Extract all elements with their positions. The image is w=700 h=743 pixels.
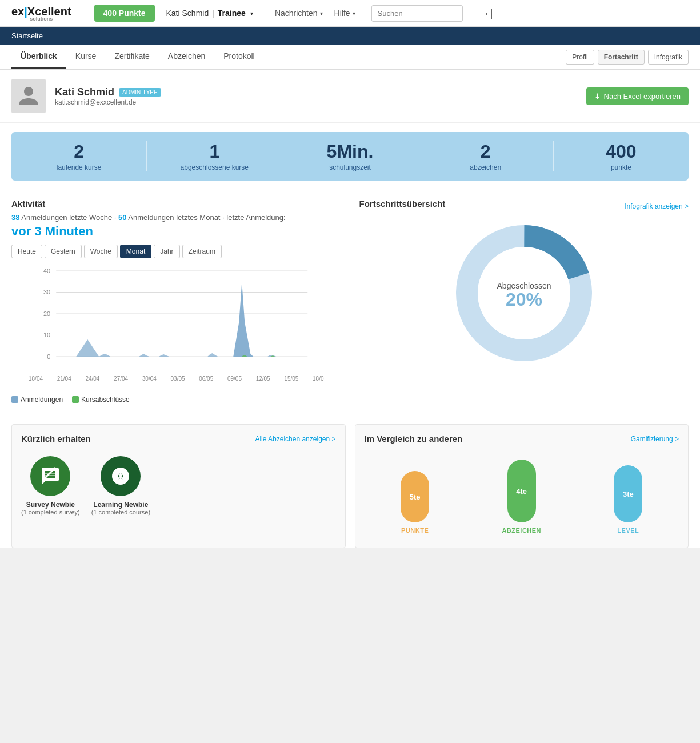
chart-legend: Anmeldungen Kursabschlüsse <box>11 396 341 404</box>
header-separator: | <box>212 9 214 18</box>
activity-stats: 38 Anmeldungen letzte Woche · 50 Anmeldu… <box>11 213 341 222</box>
chart-svg: 40 30 20 10 0 <box>11 265 341 380</box>
survey-badge-name: Survey Newbie <box>21 501 80 509</box>
header-user: Kati Schmid | Trainee ▾ <box>166 9 253 18</box>
badge-survey-newbie: Survey Newbie (1 completed survey) <box>21 456 80 516</box>
filter-monat[interactable]: Monat <box>120 245 151 258</box>
tab-action-infografik[interactable]: Infografik <box>648 50 689 65</box>
badges-link[interactable]: Alle Abzeichen anzeigen > <box>255 435 335 443</box>
export-label: Nach Excel exportieren <box>604 92 681 101</box>
stat-label-schulungszeit: schulungszeit <box>282 163 417 171</box>
search-input[interactable] <box>371 5 463 22</box>
x-label-1: 18/04 <box>29 376 43 382</box>
x-label-8: 09/05 <box>227 376 242 382</box>
infografik-link[interactable]: Infografik anzeigen > <box>625 202 689 210</box>
survey-badge-circle <box>30 456 70 496</box>
learning-badge-desc: (1 completed course) <box>91 509 150 516</box>
profile-info: Kati Schmid ADMIN-TYPE kati.schmid@exxce… <box>55 86 161 106</box>
breadcrumb: Startseite <box>0 27 700 45</box>
x-label-2: 21/04 <box>57 376 71 382</box>
activity-section: Aktivität 38 Anmeldungen letzte Woche · … <box>11 190 350 413</box>
x-label-11: 18/0 <box>313 376 323 382</box>
comparison-bars: 5te PUNKTE 4te ABZEICHEN 3te LEVEL <box>365 450 679 538</box>
tab-protokoll[interactable]: Protokoll <box>214 45 263 69</box>
stat-num-abzeichen: 2 <box>418 141 553 162</box>
svg-marker-14 <box>207 353 218 357</box>
svg-marker-12 <box>139 354 149 357</box>
comp-label-level: LEVEL <box>617 527 639 534</box>
profile-section: Kati Schmid ADMIN-TYPE kati.schmid@exxce… <box>0 70 700 123</box>
legend-completions-label: Kursabschlüsse <box>81 396 130 404</box>
svg-marker-11 <box>99 354 110 357</box>
filter-jahr[interactable]: Jahr <box>154 245 179 258</box>
nav-help[interactable]: Hilfe ▾ <box>330 6 360 20</box>
x-label-6: 03/05 <box>171 376 185 382</box>
breadcrumb-text: Startseite <box>11 31 43 40</box>
tab-uberblick[interactable]: Überblick <box>11 45 66 69</box>
bottom-grid: Kürzlich erhalten Alle Abzeichen anzeige… <box>11 424 689 548</box>
comp-label-abzeichen: ABZEICHEN <box>502 527 541 534</box>
stat-num-abgeschlossene: 1 <box>147 141 282 162</box>
stat-label-punkte: punkte <box>554 163 689 171</box>
stat-punkte: 400 punkte <box>554 141 689 171</box>
avatar <box>11 79 46 113</box>
nav-messages[interactable]: Nachrichten ▾ <box>270 6 327 20</box>
svg-marker-10 <box>76 339 99 357</box>
x-label-4: 27/04 <box>114 376 128 382</box>
svg-marker-13 <box>159 354 169 357</box>
tabs-bar: Überblick Kurse Zertifikate Abzeichen Pr… <box>0 45 700 70</box>
legend-registrations-label: Anmeldungen <box>21 396 63 404</box>
filter-heute[interactable]: Heute <box>11 245 42 258</box>
badges-title: Kürzlich erhalten <box>21 434 91 444</box>
logout-button[interactable]: →| <box>479 7 493 20</box>
tab-abzeichen[interactable]: Abzeichen <box>159 45 214 69</box>
progress-section: Fortschrittsübersicht Infografik anzeige… <box>350 190 689 413</box>
progress-header: Fortschrittsübersicht Infografik anzeige… <box>359 199 689 213</box>
export-icon: ⬇ <box>594 92 601 101</box>
comp-bar-level: 3te <box>614 465 642 522</box>
tab-zertifikate[interactable]: Zertifikate <box>105 45 158 69</box>
activity-chart: 40 30 20 10 0 <box>11 265 341 391</box>
header-role: Trainee <box>218 9 246 18</box>
donut-chart: Abgeschlossen 20% <box>450 219 598 367</box>
survey-badge-desc: (1 completed survey) <box>21 509 80 516</box>
svg-text:20%: 20% <box>506 289 542 310</box>
filter-zeitraum[interactable]: Zeitraum <box>182 245 222 258</box>
points-button[interactable]: 400 Punkte <box>94 5 155 22</box>
comparison-link[interactable]: Gamifizierung > <box>631 435 679 443</box>
header-username: Kati Schmid <box>166 9 209 18</box>
header-nav: Nachrichten ▾ Hilfe ▾ <box>270 6 360 20</box>
stat-label-abgeschlossene: abgeschlossene kurse <box>147 163 282 171</box>
export-button[interactable]: ⬇ Nach Excel exportieren <box>586 87 689 105</box>
user-icon <box>17 85 40 107</box>
role-caret-icon: ▾ <box>250 10 253 17</box>
tab-kurse[interactable]: Kurse <box>66 45 106 69</box>
comp-bar-punkte: 5te <box>401 471 429 522</box>
svg-text:20: 20 <box>43 310 50 317</box>
badge-learning-newbie: Learning Newbie (1 completed course) <box>91 456 150 516</box>
svg-text:30: 30 <box>43 289 50 295</box>
legend-registrations-icon <box>11 396 18 403</box>
svg-text:10: 10 <box>43 331 50 338</box>
tab-action-fortschritt[interactable]: Fortschritt <box>598 50 645 65</box>
comp-level: 3te LEVEL <box>614 465 642 534</box>
messages-caret-icon: ▾ <box>320 10 323 17</box>
stat-laufende-kurse: 2 laufende kurse <box>11 141 147 171</box>
profile-email: kati.schmid@exxcellent.de <box>55 98 161 106</box>
last-login-time: vor 3 Minuten <box>11 224 341 239</box>
legend-registrations: Anmeldungen <box>11 396 63 404</box>
comparison-header: Im Vergleich zu anderen Gamifizierung > <box>365 434 679 444</box>
filter-woche[interactable]: Woche <box>84 245 118 258</box>
stat-abgeschlossene-kurse: 1 abgeschlossene kurse <box>147 141 282 171</box>
profile-name: Kati Schmid ADMIN-TYPE <box>55 86 161 98</box>
stats-bar: 2 laufende kurse 1 abgeschlossene kurse … <box>11 132 689 181</box>
stat-abzeichen: 2 abzeichen <box>418 141 554 171</box>
stat-schulungszeit: 5Min. schulungszeit <box>282 141 418 171</box>
tab-action-profil[interactable]: Profil <box>566 50 594 65</box>
header: ex|Xcellent solutions 400 Punkte Kati Sc… <box>0 0 700 27</box>
svg-text:40: 40 <box>43 267 50 274</box>
filter-gestern[interactable]: Gestern <box>45 245 82 258</box>
comparison-section: Im Vergleich zu anderen Gamifizierung > … <box>355 424 689 548</box>
badges-container: Survey Newbie (1 completed survey) Learn… <box>21 450 336 521</box>
profile-name-text: Kati Schmid <box>55 86 114 98</box>
